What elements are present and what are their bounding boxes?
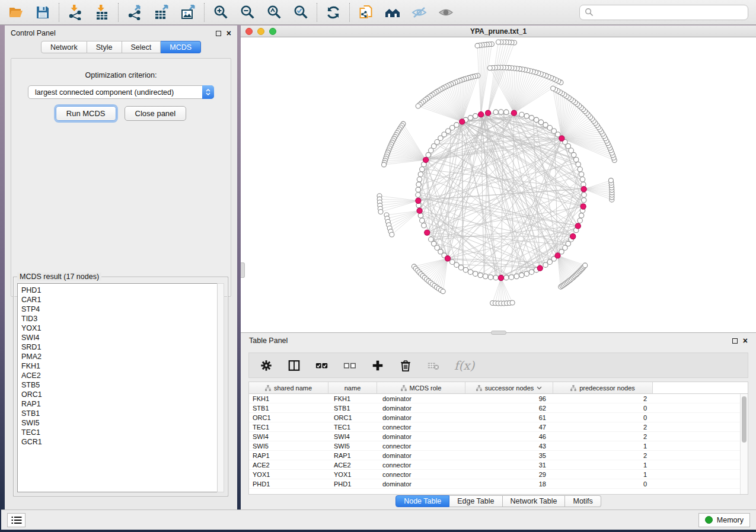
task-history-button[interactable] <box>7 513 25 527</box>
ring-node[interactable] <box>514 274 519 278</box>
mcds-hub-node[interactable] <box>537 265 543 271</box>
ring-node[interactable] <box>429 237 433 242</box>
ring-node[interactable] <box>458 265 463 270</box>
leaf-node[interactable] <box>551 86 556 91</box>
ring-node[interactable] <box>543 262 548 267</box>
ring-node[interactable] <box>573 157 578 162</box>
leaf-node[interactable] <box>475 43 480 48</box>
leaf-node[interactable] <box>487 66 492 70</box>
ring-node[interactable] <box>478 273 483 277</box>
mcds-hub-node[interactable] <box>417 208 422 213</box>
mcds-result-item[interactable]: STP4 <box>21 305 224 314</box>
splitter-handle[interactable] <box>241 262 245 278</box>
mcds-result-item[interactable]: SRD1 <box>21 342 224 352</box>
splitter-handle-horizontal[interactable] <box>491 331 506 335</box>
ring-node[interactable] <box>576 162 580 166</box>
leaf-node[interactable] <box>390 232 394 237</box>
ring-node[interactable] <box>569 148 573 153</box>
show-all-icon[interactable] <box>438 4 454 21</box>
mcds-hub-node[interactable] <box>580 204 586 209</box>
mcds-result-item[interactable]: STB1 <box>21 409 224 418</box>
mcds-hub-node[interactable] <box>575 223 580 229</box>
mcds-list-scrollbar[interactable] <box>217 283 224 492</box>
table-row[interactable]: FKH1FKH1dominator962 <box>249 394 740 403</box>
table-row[interactable]: PHD1PHD1dominator180 <box>249 479 740 489</box>
run-mcds-button[interactable]: Run MCDS <box>56 106 116 121</box>
table-scrollbar[interactable] <box>740 394 748 494</box>
ring-node[interactable] <box>519 112 524 117</box>
ring-node[interactable] <box>454 123 459 127</box>
ring-node[interactable] <box>420 218 425 223</box>
ring-node[interactable] <box>538 120 543 124</box>
close-panel-icon[interactable]: × <box>227 30 231 36</box>
mcds-hub-node[interactable] <box>555 253 560 258</box>
ring-node[interactable] <box>422 223 426 227</box>
table-row[interactable]: SWI4SWI4dominator462 <box>249 432 740 441</box>
mcds-result-item[interactable]: STB5 <box>21 380 224 390</box>
leaf-node[interactable] <box>608 178 613 183</box>
ring-node[interactable] <box>432 144 436 149</box>
network-titlebar[interactable]: YPA_prune.txt_1 <box>241 25 756 37</box>
ring-node[interactable] <box>509 275 513 280</box>
tab-select[interactable]: Select <box>122 41 161 53</box>
ring-node[interactable] <box>529 270 534 274</box>
table-row[interactable]: STB1STB1dominator620 <box>249 403 740 413</box>
table-row[interactable]: ORC1ORC1dominator610 <box>249 413 740 422</box>
table-row[interactable]: SWI5SWI5connector431 <box>249 441 740 451</box>
ring-node[interactable] <box>429 148 433 153</box>
network-canvas[interactable] <box>241 37 756 332</box>
close-panel-icon[interactable]: × <box>743 338 748 344</box>
ring-node[interactable] <box>417 177 422 182</box>
select-all-icon[interactable] <box>315 358 329 373</box>
ring-node[interactable] <box>529 116 534 120</box>
ring-node[interactable] <box>579 172 583 177</box>
mcds-result-item[interactable]: PMA2 <box>21 352 224 361</box>
delete-table-icon[interactable] <box>426 358 441 373</box>
zoom-fit-icon[interactable] <box>266 4 282 21</box>
search-field[interactable] <box>579 5 748 20</box>
ring-node[interactable] <box>524 271 529 276</box>
leaf-node[interactable] <box>496 40 500 44</box>
ring-node[interactable] <box>571 152 576 157</box>
mcds-hub-node[interactable] <box>460 119 465 124</box>
tab-motifs[interactable]: Motifs <box>565 495 601 507</box>
mcds-hub-node[interactable] <box>479 112 484 117</box>
refresh-layout-icon[interactable] <box>325 4 342 21</box>
mcds-hub-node[interactable] <box>559 136 564 141</box>
ring-node[interactable] <box>493 110 498 114</box>
ring-node[interactable] <box>547 126 552 130</box>
ring-node[interactable] <box>473 271 478 276</box>
ring-node[interactable] <box>426 152 430 157</box>
memory-button[interactable]: Memory <box>698 513 750 527</box>
ring-node[interactable] <box>473 114 478 118</box>
table-row[interactable]: TEC1TEC1connector472 <box>249 422 740 432</box>
column-header-MCDS-role[interactable]: MCDS role <box>377 382 465 393</box>
zoom-in-icon[interactable] <box>212 4 229 21</box>
hide-selected-icon[interactable] <box>411 4 428 21</box>
function-builder-icon[interactable]: f(x) <box>454 358 474 373</box>
leaf-node[interactable] <box>583 263 588 268</box>
ring-node[interactable] <box>418 213 423 218</box>
float-panel-icon[interactable] <box>216 31 221 36</box>
tab-edge-table[interactable]: Edge Table <box>449 495 502 507</box>
mcds-result-list[interactable]: PHD1CAR1STP4TID3YOX1SWI4SRD1PMA2FKH1ACE2… <box>17 283 224 492</box>
ring-node[interactable] <box>468 270 473 274</box>
ring-node[interactable] <box>418 172 423 177</box>
leaf-node[interactable] <box>381 162 386 167</box>
column-header-shared-name[interactable]: shared name <box>249 382 328 393</box>
leaf-node[interactable] <box>441 289 445 294</box>
ring-node[interactable] <box>566 241 570 246</box>
ring-node[interactable] <box>468 116 473 120</box>
ring-node[interactable] <box>488 275 493 280</box>
tab-mcds[interactable]: MCDS <box>161 41 201 53</box>
mcds-hub-node[interactable] <box>511 110 516 116</box>
ring-node[interactable] <box>578 218 582 223</box>
ring-node[interactable] <box>504 275 509 280</box>
delete-column-icon[interactable] <box>398 358 413 373</box>
import-table-icon[interactable] <box>94 4 110 21</box>
mcds-hub-node[interactable] <box>416 198 421 203</box>
tab-style[interactable]: Style <box>87 41 122 53</box>
export-network-icon[interactable] <box>126 4 143 21</box>
mcds-result-item[interactable]: TEC1 <box>21 428 224 437</box>
table-scrollbar-thumb[interactable] <box>742 396 747 443</box>
